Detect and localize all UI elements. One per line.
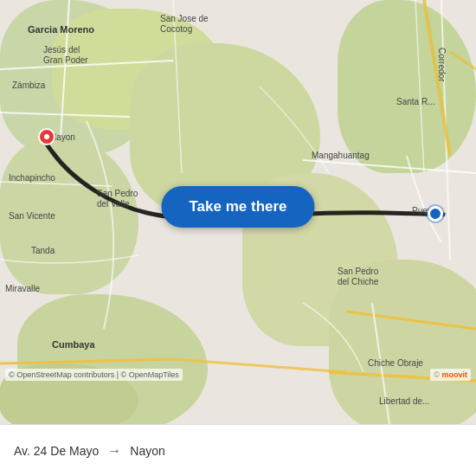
origin-marker — [428, 206, 443, 222]
to-location: Nayon — [130, 444, 164, 458]
take-me-there-button[interactable]: Take me there — [161, 186, 314, 228]
moovit-logo: © moovit — [430, 369, 471, 381]
arrow-icon: → — [107, 443, 121, 459]
destination-marker — [38, 128, 55, 149]
bottom-bar: Av. 24 De Mayo → Nayon — [0, 424, 476, 476]
map-container: Garcia Moreno San Jose deCocotog Jesús d… — [0, 0, 476, 424]
terrain-patch — [329, 260, 476, 424]
from-location: Av. 24 De Mayo — [14, 444, 99, 458]
